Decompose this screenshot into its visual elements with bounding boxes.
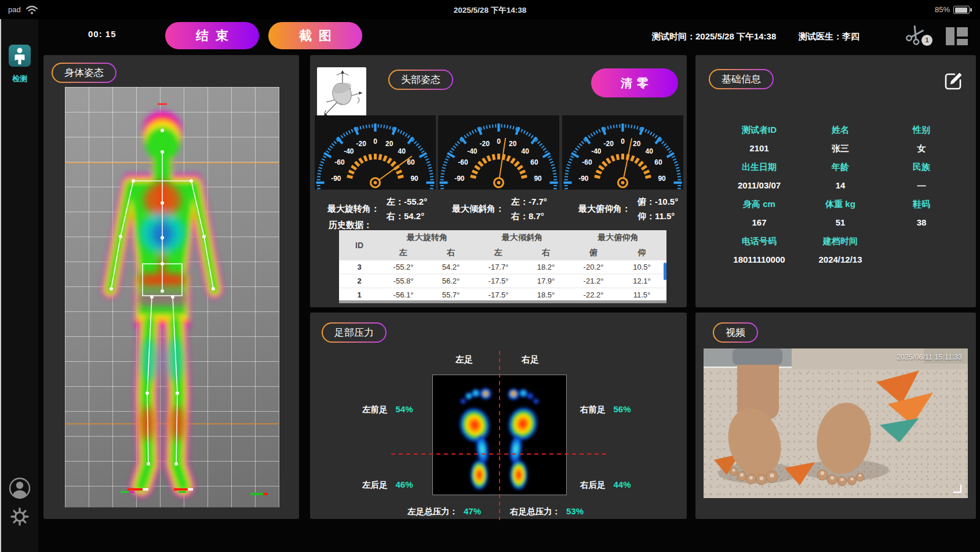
svg-text:-90: -90	[331, 175, 341, 183]
table-group-header-row: ID 最大旋转角 最大倾斜角 最大俯仰角	[339, 230, 666, 245]
info-field: 姓名张三	[800, 125, 881, 151]
max-tilt-metric: 最大倾斜角： 左：-7.7°右：8.7°	[452, 194, 547, 223]
max-rotation-metric: 最大旋转角： 左：-55.2°右：54.2°	[327, 194, 427, 223]
video-feed[interactable]: 2025/06/11 15:11:33	[704, 348, 968, 498]
person-detect-icon	[9, 45, 31, 67]
status-bar: pad 2025/5/28 下午14:38 85%	[0, 0, 980, 19]
history-table: ID 最大旋转角 最大倾斜角 最大俯仰角 左右 左右 俯仰 3 -55.2°54…	[339, 230, 666, 303]
layout-grid-icon[interactable]	[946, 27, 968, 45]
svg-text:20: 20	[385, 140, 394, 148]
head-axes-diagram	[317, 67, 366, 122]
test-time: 测试时间：2025/5/28 下午14:38	[652, 31, 776, 42]
center-line-vertical	[499, 351, 500, 520]
svg-text:90: 90	[534, 175, 542, 183]
table-row: 1 -56.1°55.7° -17.5°18.5° -22.2°11.5°	[339, 288, 666, 302]
max-pitch-metric: 最大俯仰角： 俯：-10.5°仰：11.5°	[578, 194, 678, 223]
app-root: pad 2025/5/28 下午14:38 85% 检测	[0, 0, 980, 552]
basic-info-title: 基础信息	[709, 69, 774, 89]
svg-text:-20: -20	[604, 140, 614, 148]
reset-zero-button[interactable]: 清零	[591, 68, 678, 97]
svg-text:90: 90	[410, 175, 418, 183]
settings-button[interactable]	[1, 506, 38, 529]
svg-text:60: 60	[654, 158, 662, 166]
info-field: 出生日期2011/03/07	[719, 162, 800, 188]
info-field: 民族—	[881, 162, 962, 188]
video-timestamp: 2025/06/11 15:11:33	[897, 353, 962, 361]
table-horizontal-scrollbar[interactable]	[339, 300, 666, 303]
table-row: 3 -55.2°54.2° -17.7°18.2° -20.2°10.5°	[339, 260, 666, 274]
info-field: 性别女	[881, 125, 962, 151]
left-total-pressure: 左足总压力：47%	[407, 506, 481, 517]
history-data-label: 历史数据：	[329, 220, 372, 231]
right-rearfoot-stat: 右后足44%	[580, 480, 631, 491]
svg-text:40: 40	[645, 147, 653, 155]
svg-text:0: 0	[621, 137, 625, 146]
right-forefoot-stat: 右前足56%	[580, 404, 631, 415]
info-field: 测试者ID2101	[719, 125, 800, 151]
sidebar-item-detect[interactable]: 检测	[1, 45, 38, 84]
gauge-rotation: -90-60-40-20020406090	[315, 115, 436, 190]
svg-text:-90: -90	[454, 175, 465, 183]
svg-text:-40: -40	[344, 147, 354, 155]
svg-text:40: 40	[521, 147, 529, 155]
gauge-tilt: -90-60-40-20020406090	[438, 115, 559, 190]
info-field: 年龄14	[800, 162, 881, 188]
test-doctor: 测试医生：李四	[799, 31, 859, 42]
left-forefoot-stat: 左前足54%	[362, 404, 413, 415]
basic-info-panel: 基础信息 测试者ID2101 姓名张三 性别女 出生日期2011/03/07 年…	[695, 55, 976, 307]
expand-corner-icon[interactable]	[952, 483, 963, 495]
svg-text:-60: -60	[334, 158, 345, 166]
svg-text:20: 20	[509, 140, 517, 148]
head-posture-title: 头部姿态	[388, 70, 453, 90]
profile-icon	[8, 477, 31, 500]
info-field: 建档时间2024/12/13	[800, 236, 881, 263]
info-field: 体重 kg51	[800, 199, 881, 226]
screenshot-button[interactable]: 截图	[268, 22, 362, 49]
svg-text:20: 20	[633, 140, 641, 148]
info-fields-grid: 测试者ID2101 姓名张三 性别女 出生日期2011/03/07 年龄14 民…	[719, 125, 962, 263]
body-posture-panel: 身体姿态	[43, 55, 299, 519]
gauge-pitch: -90-60-40-20020406090	[562, 115, 683, 190]
left-rearfoot-stat: 左后足46%	[362, 480, 413, 491]
sidebar-item-label: 检测	[1, 74, 38, 84]
battery-percent: 85%	[935, 5, 950, 14]
scissors-badge: 1	[921, 35, 932, 46]
body-posture-title: 身体姿态	[52, 63, 116, 83]
svg-text:-60: -60	[458, 158, 468, 166]
end-button[interactable]: 结束	[165, 22, 259, 49]
table-row: 2 -55.8°56.2° -17.5°17.9° -21.2°12.1°	[339, 274, 666, 288]
video-panel: 视频 2025/06/11 15:11:33	[695, 313, 976, 519]
svg-text:-40: -40	[591, 147, 602, 155]
battery-icon	[953, 6, 970, 14]
svg-text:-60: -60	[582, 158, 592, 166]
center-line-horizontal	[391, 453, 607, 455]
edit-icon[interactable]	[942, 70, 964, 92]
body-thermal-image	[65, 87, 279, 507]
right-total-pressure: 右足总压力：53%	[510, 506, 584, 517]
foot-pressure-panel: 足部压力 左足 右足	[310, 313, 687, 519]
session-timer: 00: 15	[88, 29, 116, 39]
left-foot-label: 左足	[447, 354, 482, 365]
table-vertical-scrollbar[interactable]	[664, 263, 666, 280]
svg-text:-40: -40	[467, 147, 478, 155]
foot-pressure-title: 足部压力	[322, 322, 387, 343]
sidebar: 检测	[0, 19, 38, 552]
svg-text:90: 90	[658, 175, 666, 183]
info-field: 鞋码38	[881, 199, 962, 226]
info-field: 电话号码18011110000	[719, 236, 800, 263]
status-datetime: 2025/5/28 下午14:38	[0, 5, 980, 16]
svg-text:-90: -90	[578, 175, 589, 183]
svg-text:0: 0	[373, 137, 377, 146]
profile-button[interactable]	[1, 477, 38, 502]
svg-text:-20: -20	[356, 140, 367, 148]
table-sub-header-row: 左右 左右 俯仰	[339, 245, 666, 260]
svg-text:-20: -20	[480, 140, 490, 148]
svg-text:0: 0	[497, 137, 501, 146]
gear-icon	[9, 506, 30, 527]
body-thermal-figure	[65, 87, 279, 507]
svg-text:60: 60	[530, 158, 538, 166]
info-field: 身高 cm167	[719, 199, 800, 226]
video-scene	[704, 348, 968, 498]
svg-text:40: 40	[398, 147, 406, 155]
video-title: 视频	[713, 322, 758, 343]
